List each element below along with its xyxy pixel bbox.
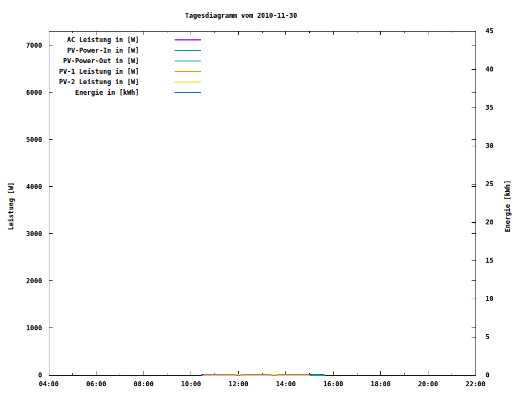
y2-tick-label: 20 [485,218,493,226]
series-line-pv-2-leistung-in-w- [203,375,309,375]
x-tick-label: 18:00 [364,380,397,388]
legend-label: AC Leistung in [W] [50,35,139,45]
y2-tick-label: 45 [485,27,493,35]
x-tick-label: 04:00 [32,380,65,388]
y1-tick-label: 7000 [16,42,42,49]
y1-tick-label: 0 [16,371,42,379]
legend-line-sample [175,60,201,62]
y1-tick-label: 2000 [16,277,42,285]
y1-tick-label: 4000 [16,183,42,191]
legend-line-sample [175,71,201,72]
y1-tick-label: 5000 [16,136,42,144]
x-tick-label: 10:00 [175,380,208,388]
y2-tick-label: 30 [485,142,493,150]
x-tick-label: 22:00 [459,380,492,388]
legend-label: PV-2 Leistung in [W] [50,77,139,87]
x-tick-label: 12:00 [222,380,255,388]
y1-tick-label: 6000 [16,89,42,96]
legend-label: PV-Power-Out in [W] [50,56,139,66]
legend-line-sample [175,50,201,51]
legend-line-sample [175,39,201,40]
y1-tick-label: 3000 [16,230,42,238]
y2-tick-label: 35 [485,104,493,111]
y2-tick-label: 40 [485,65,493,73]
y2-tick-label: 10 [485,295,493,303]
x-tick-label: 08:00 [127,380,160,388]
legend-line-sample [175,92,201,93]
y2-tick-label: 5 [485,333,489,341]
legend-label: PV-1 Leistung in [W] [50,66,139,76]
y2-tick-label: 25 [485,180,493,188]
y2-tick-label: 0 [485,371,489,379]
x-tick-label: 20:00 [411,380,444,388]
y1-tick-label: 1000 [16,324,42,332]
legend-label: Energie in [kWh] [50,88,139,98]
daily-pv-chart: Tagesdiagramm vom 2010-11-30 Leistung [W… [0,0,532,399]
x-tick-label: 14:00 [269,380,303,388]
legend-label: PV-Power-In in [W] [50,45,139,55]
legend-line-sample [175,81,201,83]
y2-tick-label: 15 [485,257,493,264]
x-tick-label: 06:00 [80,380,113,388]
x-tick-label: 16:00 [316,380,350,388]
